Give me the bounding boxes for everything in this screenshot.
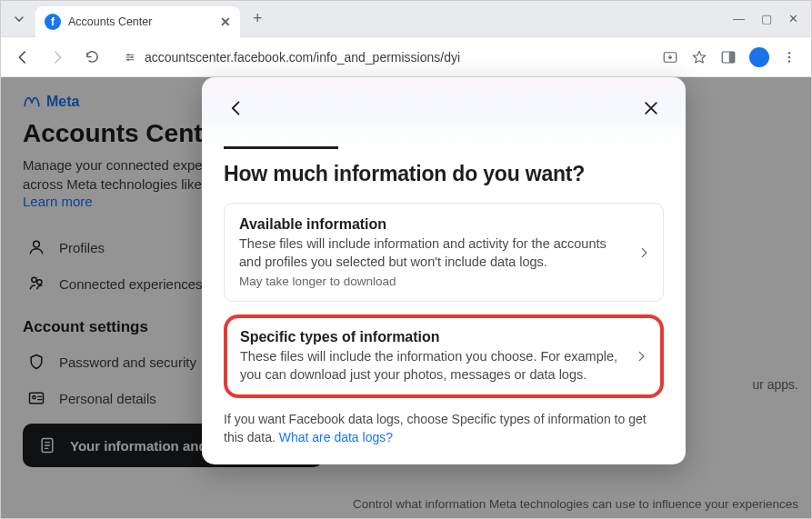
browser-tab-strip: f Accounts Center ✕ + — ▢ ✕ (1, 1, 811, 37)
option-specific-types[interactable]: Specific types of information These file… (224, 314, 664, 398)
modal-back-button[interactable] (224, 95, 249, 121)
modal-title: How much information do you want? (224, 162, 664, 186)
svg-point-1 (131, 55, 133, 57)
option-description: These files will include the information… (240, 347, 620, 384)
svg-point-0 (127, 54, 129, 55)
option-available-information[interactable]: Available information These files will i… (224, 203, 664, 302)
svg-point-6 (788, 52, 790, 54)
nav-reload-button[interactable] (79, 45, 105, 70)
install-app-icon[interactable] (662, 49, 678, 65)
nav-back-button[interactable] (10, 45, 35, 70)
profile-avatar-icon[interactable] (749, 47, 769, 67)
browser-tab[interactable]: f Accounts Center ✕ (35, 6, 240, 37)
progress-indicator (224, 146, 338, 149)
browser-menu-icon[interactable] (782, 50, 797, 65)
option-title: Specific types of information (240, 329, 620, 345)
modal-close-button[interactable] (638, 95, 664, 121)
window-maximize-icon[interactable]: ▢ (761, 12, 772, 25)
address-bar: accountscenter.facebook.com/info_and_per… (1, 37, 811, 77)
chevron-right-icon (637, 246, 650, 259)
side-panel-icon[interactable] (720, 49, 737, 65)
url-text: accountscenter.facebook.com/info_and_per… (145, 50, 460, 65)
option-title: Available information (239, 216, 623, 233)
window-close-icon[interactable]: ✕ (788, 12, 798, 25)
nav-forward-button[interactable] (45, 45, 70, 70)
facebook-favicon: f (45, 14, 61, 30)
window-minimize-icon[interactable]: — (733, 12, 745, 25)
svg-point-2 (127, 58, 129, 60)
svg-point-8 (788, 60, 790, 62)
tab-dropdown[interactable] (8, 8, 30, 30)
bookmark-star-icon[interactable] (691, 49, 707, 65)
tab-title: Accounts Center (68, 15, 213, 28)
site-settings-icon[interactable] (123, 50, 137, 65)
new-tab-button[interactable]: + (246, 5, 270, 32)
tab-close-icon[interactable]: ✕ (220, 15, 231, 29)
option-description: These files will include information and… (239, 235, 623, 271)
option-subtext: May take longer to download (239, 274, 623, 288)
modal-footer-text: If you want Facebook data logs, choose S… (224, 411, 664, 446)
data-logs-link[interactable]: What are data logs? (279, 430, 393, 444)
window-controls: — ▢ ✕ (733, 12, 804, 25)
modal-dialog: How much information do you want? Availa… (202, 77, 686, 464)
chevron-right-icon (635, 350, 647, 363)
url-field[interactable]: accountscenter.facebook.com/info_and_per… (114, 50, 653, 65)
svg-rect-5 (729, 52, 735, 63)
svg-point-7 (788, 55, 790, 57)
page-content: Meta Accounts Center Manage your connect… (1, 77, 811, 519)
